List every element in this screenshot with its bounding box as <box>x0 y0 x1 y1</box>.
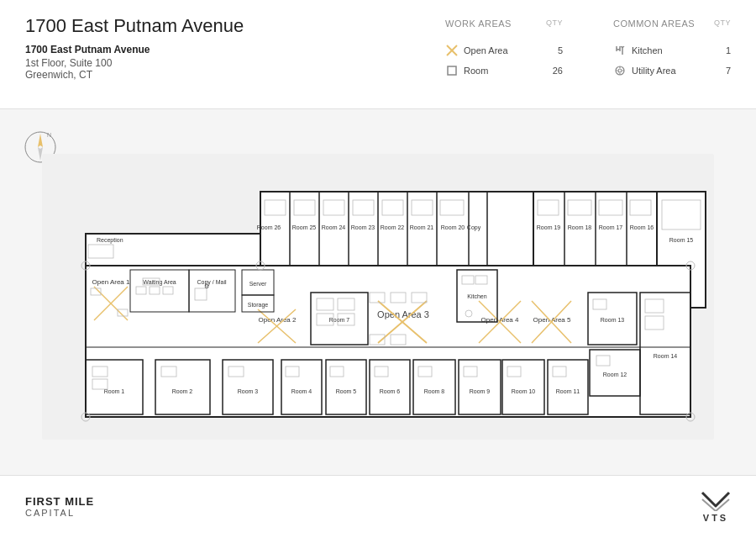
svg-text:Room 5: Room 5 <box>336 388 357 394</box>
room-count: 26 <box>553 66 563 76</box>
page-title: 1700 East Putnam Avenue <box>25 15 445 37</box>
address-line2: Greenwich, CT <box>25 69 445 81</box>
utility-icon <box>613 64 627 77</box>
work-areas-qty-label: QTY <box>546 18 563 37</box>
kitchen-count: 1 <box>726 45 731 55</box>
svg-text:Room 17: Room 17 <box>599 224 623 230</box>
svg-text:Room 20: Room 20 <box>441 224 465 230</box>
open-area-count: 5 <box>558 45 563 55</box>
brand-name-line2: CAPITAL <box>25 508 94 518</box>
open-area-label: Open Area <box>464 45 546 55</box>
address-line1: 1st Floor, Suite 100 <box>25 57 445 69</box>
brand-name-line1: FIRST MILE <box>25 496 94 508</box>
svg-text:Room 7: Room 7 <box>329 317 350 323</box>
svg-text:Copy / Mail: Copy / Mail <box>197 279 226 286</box>
common-areas-qty-label: QTY <box>714 18 731 37</box>
header-left: 1700 East Putnam Avenue 1700 East Putnam… <box>25 15 445 81</box>
svg-text:Storage: Storage <box>248 302 269 309</box>
svg-text:Copy: Copy <box>467 224 481 231</box>
svg-rect-2 <box>448 66 456 75</box>
svg-text:Room 25: Room 25 <box>292 224 317 230</box>
footer: FIRST MILE CAPITAL VTS <box>0 475 756 538</box>
floorplan: .room-label { font-family: Arial, sans-s… <box>34 145 722 448</box>
svg-text:Open Area 2: Open Area 2 <box>259 316 297 324</box>
svg-text:Room 23: Room 23 <box>351 224 375 230</box>
svg-text:Room 15: Room 15 <box>669 237 694 243</box>
svg-text:Open Area 3: Open Area 3 <box>377 309 429 319</box>
svg-rect-19 <box>86 266 690 417</box>
legend-open-area: Open Area 5 <box>445 44 563 57</box>
svg-text:Room 26: Room 26 <box>257 224 281 230</box>
legend: Work Areas QTY Open Area 5 <box>445 15 731 84</box>
svg-text:Room 14: Room 14 <box>654 353 678 359</box>
svg-text:Reception: Reception <box>97 237 123 244</box>
utility-label: Utility Area <box>632 66 714 76</box>
vts-label: VTS <box>703 513 728 523</box>
floorplan-container: .room-label { font-family: Arial, sans-s… <box>34 122 722 471</box>
svg-text:Open Area 1: Open Area 1 <box>92 278 130 286</box>
kitchen-icon <box>613 44 627 57</box>
svg-text:Room 18: Room 18 <box>568 224 592 230</box>
header: 1700 East Putnam Avenue 1700 East Putnam… <box>0 0 756 109</box>
legend-room: Room 26 <box>445 64 563 77</box>
vts-logo: VTS <box>701 491 731 523</box>
svg-text:Room 12: Room 12 <box>603 372 627 377</box>
work-areas-title: Work Areas <box>445 18 512 29</box>
svg-text:Room 13: Room 13 <box>601 317 625 323</box>
svg-text:Room 6: Room 6 <box>380 388 401 394</box>
svg-text:Room 11: Room 11 <box>556 388 580 394</box>
svg-text:Room 16: Room 16 <box>630 224 654 230</box>
work-areas-legend: Work Areas QTY Open Area 5 <box>445 18 563 84</box>
address-bold: 1700 East Putnam Avenue <box>25 44 445 55</box>
vts-chevron-icon <box>701 491 731 511</box>
svg-text:Room 22: Room 22 <box>381 224 405 230</box>
common-areas-title: Common Areas <box>613 18 695 29</box>
svg-text:Kitchen: Kitchen <box>467 293 486 299</box>
brand-logo: FIRST MILE CAPITAL <box>25 496 94 518</box>
kitchen-label: Kitchen <box>632 45 714 55</box>
svg-text:Room 4: Room 4 <box>291 388 312 394</box>
svg-text:Room 24: Room 24 <box>322 224 346 230</box>
room-icon <box>445 64 459 77</box>
svg-text:Room 19: Room 19 <box>537 224 561 230</box>
utility-count: 7 <box>726 66 731 76</box>
svg-text:Room 2: Room 2 <box>172 388 193 394</box>
svg-text:Room 21: Room 21 <box>410 224 434 230</box>
svg-text:⚙: ⚙ <box>204 283 209 289</box>
room-label: Room <box>464 66 541 76</box>
svg-point-7 <box>618 69 622 72</box>
common-areas-legend: Common Areas QTY Kitchen 1 <box>613 18 731 84</box>
open-area-icon <box>445 44 459 57</box>
svg-text:Server: Server <box>249 281 267 287</box>
svg-text:Room 9: Room 9 <box>470 388 491 394</box>
legend-kitchen: Kitchen 1 <box>613 44 731 57</box>
svg-text:Room 10: Room 10 <box>512 388 536 394</box>
svg-text:Room 3: Room 3 <box>238 388 259 394</box>
legend-utility: Utility Area 7 <box>613 64 731 77</box>
svg-text:Room 8: Room 8 <box>424 388 445 394</box>
